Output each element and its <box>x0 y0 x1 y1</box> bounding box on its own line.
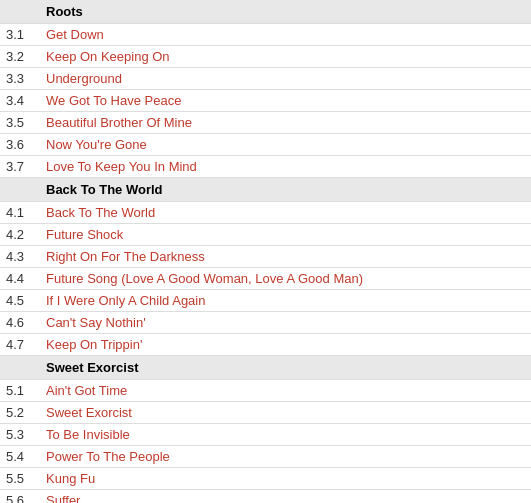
track-row[interactable]: 3.4 We Got To Have Peace <box>0 90 531 112</box>
track-number: 3.7 <box>0 156 40 178</box>
track-title[interactable]: Right On For The Darkness <box>40 246 531 268</box>
track-link[interactable]: Back To The World <box>46 205 155 220</box>
album-header-num <box>0 178 40 202</box>
track-link[interactable]: We Got To Have Peace <box>46 93 181 108</box>
track-link[interactable]: Get Down <box>46 27 104 42</box>
track-row[interactable]: 3.7 Love To Keep You In Mind <box>0 156 531 178</box>
track-row[interactable]: 5.1 Ain't Got Time <box>0 380 531 402</box>
track-link[interactable]: Underground <box>46 71 122 86</box>
track-number: 4.7 <box>0 334 40 356</box>
track-row[interactable]: 4.5 If I Were Only A Child Again <box>0 290 531 312</box>
track-number: 3.4 <box>0 90 40 112</box>
track-title[interactable]: Future Shock <box>40 224 531 246</box>
track-link[interactable]: To Be Invisible <box>46 427 130 442</box>
track-number: 5.1 <box>0 380 40 402</box>
track-row[interactable]: 3.1 Get Down <box>0 24 531 46</box>
track-row[interactable]: 5.5 Kung Fu <box>0 468 531 490</box>
track-title[interactable]: Keep On Keeping On <box>40 46 531 68</box>
track-row[interactable]: 3.5 Beautiful Brother Of Mine <box>0 112 531 134</box>
track-row[interactable]: 3.3 Underground <box>0 68 531 90</box>
album-header-num <box>0 356 40 380</box>
track-number: 4.5 <box>0 290 40 312</box>
track-link[interactable]: Right On For The Darkness <box>46 249 205 264</box>
track-link[interactable]: Beautiful Brother Of Mine <box>46 115 192 130</box>
track-title[interactable]: Can't Say Nothin' <box>40 312 531 334</box>
album-header-title: Roots <box>40 0 531 24</box>
track-number: 3.2 <box>0 46 40 68</box>
track-number: 5.4 <box>0 446 40 468</box>
track-number: 3.3 <box>0 68 40 90</box>
track-row[interactable]: 4.4 Future Song (Love A Good Woman, Love… <box>0 268 531 290</box>
track-number: 5.2 <box>0 402 40 424</box>
album-header-sweet-exorcist: Sweet Exorcist <box>0 356 531 380</box>
track-title[interactable]: If I Were Only A Child Again <box>40 290 531 312</box>
track-link[interactable]: Keep On Keeping On <box>46 49 170 64</box>
track-title[interactable]: To Be Invisible <box>40 424 531 446</box>
track-title[interactable]: We Got To Have Peace <box>40 90 531 112</box>
track-link[interactable]: Now You're Gone <box>46 137 147 152</box>
track-row[interactable]: 5.2 Sweet Exorcist <box>0 402 531 424</box>
track-title[interactable]: Underground <box>40 68 531 90</box>
track-number: 3.6 <box>0 134 40 156</box>
track-row[interactable]: 5.6 Suffer <box>0 490 531 504</box>
track-link[interactable]: Ain't Got Time <box>46 383 127 398</box>
tracklist-table: Roots 3.1 Get Down 3.2 Keep On Keeping O… <box>0 0 531 503</box>
track-row[interactable]: 4.1 Back To The World <box>0 202 531 224</box>
track-number: 5.6 <box>0 490 40 504</box>
track-link[interactable]: Keep On Trippin' <box>46 337 142 352</box>
track-row[interactable]: 4.2 Future Shock <box>0 224 531 246</box>
album-header-num <box>0 0 40 24</box>
track-number: 4.4 <box>0 268 40 290</box>
track-row[interactable]: 4.7 Keep On Trippin' <box>0 334 531 356</box>
track-title[interactable]: Now You're Gone <box>40 134 531 156</box>
track-title[interactable]: Power To The People <box>40 446 531 468</box>
track-row[interactable]: 3.2 Keep On Keeping On <box>0 46 531 68</box>
track-row[interactable]: 5.4 Power To The People <box>0 446 531 468</box>
track-number: 5.3 <box>0 424 40 446</box>
track-link[interactable]: Power To The People <box>46 449 170 464</box>
track-title[interactable]: Suffer <box>40 490 531 504</box>
track-row[interactable]: 4.3 Right On For The Darkness <box>0 246 531 268</box>
track-title[interactable]: Ain't Got Time <box>40 380 531 402</box>
track-link[interactable]: Future Song (Love A Good Woman, Love A G… <box>46 271 363 286</box>
track-link[interactable]: Love To Keep You In Mind <box>46 159 197 174</box>
track-title[interactable]: Kung Fu <box>40 468 531 490</box>
track-number: 3.1 <box>0 24 40 46</box>
track-number: 4.3 <box>0 246 40 268</box>
track-number: 4.6 <box>0 312 40 334</box>
track-title[interactable]: Beautiful Brother Of Mine <box>40 112 531 134</box>
track-number: 4.1 <box>0 202 40 224</box>
track-row[interactable]: 4.6 Can't Say Nothin' <box>0 312 531 334</box>
track-link[interactable]: Suffer <box>46 493 80 503</box>
track-title[interactable]: Back To The World <box>40 202 531 224</box>
track-link[interactable]: Sweet Exorcist <box>46 405 132 420</box>
track-title[interactable]: Future Song (Love A Good Woman, Love A G… <box>40 268 531 290</box>
album-header-title: Sweet Exorcist <box>40 356 531 380</box>
track-title[interactable]: Sweet Exorcist <box>40 402 531 424</box>
track-link[interactable]: If I Were Only A Child Again <box>46 293 205 308</box>
track-title[interactable]: Love To Keep You In Mind <box>40 156 531 178</box>
track-number: 4.2 <box>0 224 40 246</box>
track-title[interactable]: Get Down <box>40 24 531 46</box>
track-row[interactable]: 5.3 To Be Invisible <box>0 424 531 446</box>
track-link[interactable]: Can't Say Nothin' <box>46 315 146 330</box>
track-link[interactable]: Future Shock <box>46 227 123 242</box>
album-header-roots: Roots <box>0 0 531 24</box>
album-header-title: Back To The World <box>40 178 531 202</box>
track-title[interactable]: Keep On Trippin' <box>40 334 531 356</box>
track-number: 5.5 <box>0 468 40 490</box>
track-row[interactable]: 3.6 Now You're Gone <box>0 134 531 156</box>
track-number: 3.5 <box>0 112 40 134</box>
track-link[interactable]: Kung Fu <box>46 471 95 486</box>
album-header-back-to-the-world: Back To The World <box>0 178 531 202</box>
